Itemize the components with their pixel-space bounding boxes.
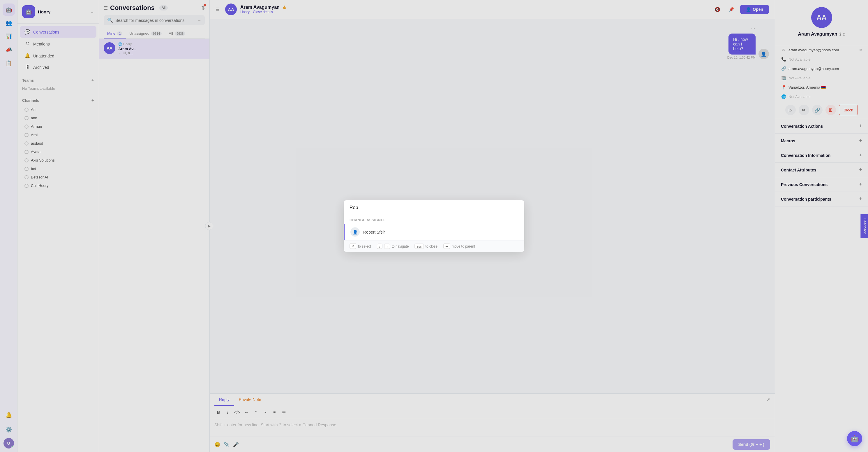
- change-assignee-label: Change Assignee: [344, 215, 524, 224]
- shortcut-close: esc to close: [414, 244, 437, 249]
- bot-button[interactable]: 🤖: [847, 431, 862, 446]
- navigate-label: to navigate: [392, 244, 409, 248]
- esc-key: esc: [414, 244, 424, 249]
- assignee-avatar-icon: 👤: [353, 230, 358, 234]
- assignee-item[interactable]: 👤 Robert Sfeir: [344, 224, 524, 240]
- parent-label: move to parent: [452, 244, 475, 248]
- select-label: to select: [358, 244, 371, 248]
- back-key: ⬅: [443, 244, 450, 249]
- assignee-avatar: 👤: [350, 227, 360, 237]
- shortcut-select: ↵ to select: [349, 244, 371, 249]
- assignee-search-input[interactable]: [349, 205, 519, 210]
- up-key: ↑: [384, 244, 390, 249]
- assignee-modal: Change Assignee 👤 Robert Sfeir ↵ to sele…: [344, 200, 524, 252]
- shortcut-navigate: ↓ ↑ to navigate: [377, 244, 409, 249]
- arrows-key: ↓: [377, 244, 383, 249]
- shortcut-parent: ⬅ move to parent: [443, 244, 475, 249]
- assignee-footer: ↵ to select ↓ ↑ to navigate esc to close…: [344, 240, 524, 252]
- overlay-backdrop: Change Assignee 👤 Robert Sfeir ↵ to sele…: [0, 0, 868, 452]
- enter-key: ↵: [349, 244, 356, 249]
- close-label: to close: [426, 244, 437, 248]
- assignee-search: [344, 200, 524, 215]
- assignee-name: Robert Sfeir: [363, 230, 385, 234]
